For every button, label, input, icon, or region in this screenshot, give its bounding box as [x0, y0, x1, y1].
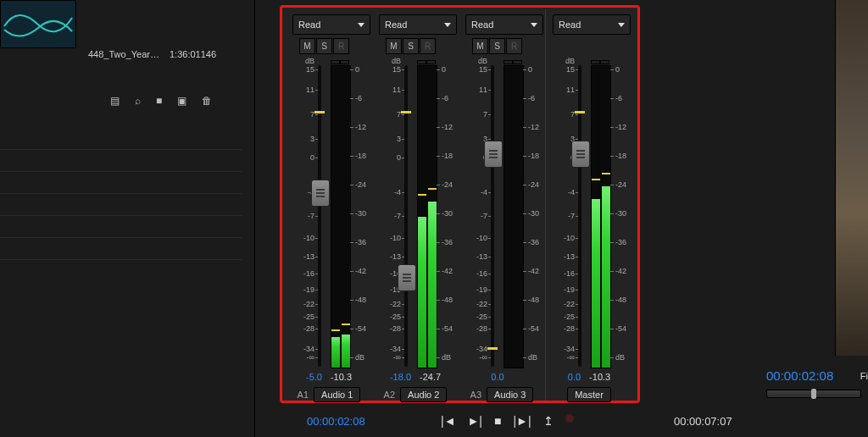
- list-row[interactable]: [0, 193, 242, 216]
- gain-value[interactable]: 0.0: [568, 372, 581, 382]
- playhead-timecode[interactable]: 00:00:02:08: [307, 415, 365, 428]
- msr-group: MSR: [299, 38, 349, 54]
- gain-value[interactable]: -18.0: [390, 372, 411, 382]
- fader-peak-marker: [314, 111, 325, 113]
- meter-scale: 0-6-12-18-24-30-36-42-48-54dB: [523, 65, 542, 367]
- meter-scale: 0-6-12-18-24-30-36-42-48-54dB: [437, 65, 455, 367]
- track-index: A1: [298, 390, 309, 400]
- gain-value[interactable]: 0.0: [491, 372, 504, 382]
- automation-mode-dropdown[interactable]: Read: [553, 14, 631, 35]
- fit-dropdown[interactable]: Fi: [860, 371, 868, 381]
- clip-indicator[interactable]: [591, 60, 609, 64]
- record-enable-button[interactable]: R: [333, 38, 349, 54]
- export-icon[interactable]: ↥: [543, 414, 554, 428]
- volume-fader[interactable]: [484, 141, 503, 168]
- channel-strip: dB1511730-4-7-10-13-16-19-22-25-28-34-∞0…: [372, 60, 459, 372]
- clip-name: 448_Two_Years_...: [88, 49, 163, 59]
- mixer-track-A1: ReadMSRdB1511730-4-7-10-13-16-19-22-25-2…: [286, 9, 372, 401]
- solo-button[interactable]: S: [489, 38, 505, 54]
- mute-button[interactable]: M: [386, 38, 402, 54]
- solo-button[interactable]: S: [316, 38, 332, 54]
- chevron-down-icon: [618, 23, 625, 27]
- mixer-track-master: ReaddB1511730-4-7-10-13-16-19-22-25-28-3…: [545, 9, 632, 401]
- track-name-field[interactable]: Audio 3: [487, 387, 533, 402]
- level-readout: -18.0-24.7: [372, 372, 459, 382]
- peak-db-value: -10.3: [331, 372, 352, 382]
- list-row[interactable]: [0, 237, 242, 260]
- chevron-down-icon: [444, 23, 451, 27]
- list-row[interactable]: [0, 149, 242, 172]
- msr-group: MSR: [386, 38, 436, 54]
- new-bin-icon[interactable]: ■: [156, 95, 162, 107]
- clip-indicator[interactable]: [504, 60, 522, 64]
- audio-track-mixer: ReadMSRdB1511730-4-7-10-13-16-19-22-25-2…: [280, 5, 640, 403]
- channel-strip: dB1511730-4-7-10-13-16-19-22-25-28-34-∞0…: [286, 60, 372, 372]
- mixer-track-A2: ReadMSRdB1511730-4-7-10-13-16-19-22-25-2…: [372, 9, 459, 401]
- out-timecode: 00:00:07:07: [674, 415, 732, 428]
- list-view-icon[interactable]: ▤: [110, 95, 120, 107]
- fader-peak-marker: [401, 111, 411, 113]
- volume-fader[interactable]: [571, 141, 590, 168]
- fader-groove: [578, 65, 581, 367]
- timeline-bar: 00:00:02:08 |◄ ►| ■ |►| ↥ 00:00:07:07: [280, 410, 788, 432]
- volume-fader[interactable]: [311, 180, 330, 207]
- meter-scale: 0-6-12-18-24-30-36-42-48-54dB: [350, 65, 369, 367]
- source-timecode-panel: 00:00:02:08: [766, 368, 868, 398]
- new-item-icon[interactable]: ▣: [177, 95, 186, 107]
- track-label-row: A2Audio 2: [372, 387, 459, 402]
- channel-strip: dB1511730-4-7-10-13-16-19-22-25-28-34-∞0…: [459, 60, 545, 372]
- trash-icon[interactable]: 🗑: [202, 95, 212, 107]
- track-name-field[interactable]: Audio 2: [400, 387, 447, 402]
- shuttle-slider[interactable]: [766, 390, 861, 398]
- fader-peak-marker: [575, 111, 585, 113]
- record-enable-button[interactable]: R: [506, 38, 522, 54]
- track-label-row: A1Audio 1: [286, 387, 372, 402]
- go-to-out-icon[interactable]: ►|: [468, 414, 483, 428]
- fader-scale: dB1511730-4-7-10-13-16-19-22-25-28-34-∞: [294, 65, 314, 367]
- project-panel: 7:07 448_Two_Years_... 1:36:01146 ▤ ⌕ ■ …: [0, 0, 242, 437]
- volume-fader[interactable]: [398, 264, 416, 291]
- automation-mode-dropdown[interactable]: Read: [379, 14, 457, 35]
- fader-groove: [491, 65, 494, 367]
- search-icon[interactable]: ⌕: [135, 95, 141, 107]
- clip-thumbnail-2[interactable]: [0, 0, 76, 48]
- source-timecode[interactable]: 00:00:02:08: [766, 368, 868, 383]
- bin-toolbar: ▤ ⌕ ■ ▣ 🗑: [110, 95, 212, 107]
- list-row[interactable]: [0, 215, 242, 238]
- level-readout: 0.0-10.3: [546, 372, 632, 382]
- msr-group: MSR: [472, 38, 522, 54]
- clip-indicator[interactable]: [331, 60, 349, 64]
- stop-icon[interactable]: ■: [494, 414, 501, 428]
- level-meter: [331, 65, 351, 368]
- channel-strip: dB1511730-4-7-10-13-16-19-22-25-28-34-∞0…: [546, 60, 632, 372]
- automation-mode-dropdown[interactable]: Read: [292, 14, 370, 35]
- panel-divider: [254, 0, 255, 437]
- level-readout: 0.0: [459, 372, 545, 382]
- track-label-row: A3Audio 3: [459, 387, 545, 402]
- gain-value[interactable]: -5.0: [306, 372, 322, 382]
- clip-indicator[interactable]: [417, 60, 436, 64]
- fader-scale: dB1511730-4-7-10-13-16-19-22-25-28-34-∞: [381, 65, 401, 367]
- chevron-down-icon: [531, 23, 537, 27]
- track-name-field[interactable]: Audio 1: [314, 387, 360, 402]
- meter-scale: 0-6-12-18-24-30-36-42-48-54dB: [610, 65, 629, 367]
- record-enable-button[interactable]: R: [420, 38, 436, 54]
- level-meter: [504, 65, 524, 368]
- go-to-in-icon[interactable]: |◄: [441, 414, 456, 428]
- automation-mode-dropdown[interactable]: Read: [465, 14, 543, 35]
- clip-duration-2: 1:36:01146: [170, 49, 237, 59]
- fader-groove: [318, 65, 321, 367]
- solo-button[interactable]: S: [403, 38, 419, 54]
- mixer-track-A3: ReadMSRdB1511730-4-7-10-13-16-19-22-25-2…: [459, 9, 545, 401]
- track-label-row: Master: [546, 387, 632, 402]
- record-icon[interactable]: [565, 414, 574, 423]
- list-row[interactable]: [0, 127, 242, 150]
- track-name-field[interactable]: Master: [567, 387, 611, 402]
- step-forward-icon[interactable]: |►|: [513, 414, 531, 428]
- peak-db-value: -24.7: [420, 372, 441, 382]
- list-row[interactable]: [0, 171, 242, 194]
- peak-db-value: -10.3: [589, 372, 610, 382]
- mute-button[interactable]: M: [299, 38, 315, 54]
- level-meter: [591, 65, 611, 368]
- mute-button[interactable]: M: [472, 38, 488, 54]
